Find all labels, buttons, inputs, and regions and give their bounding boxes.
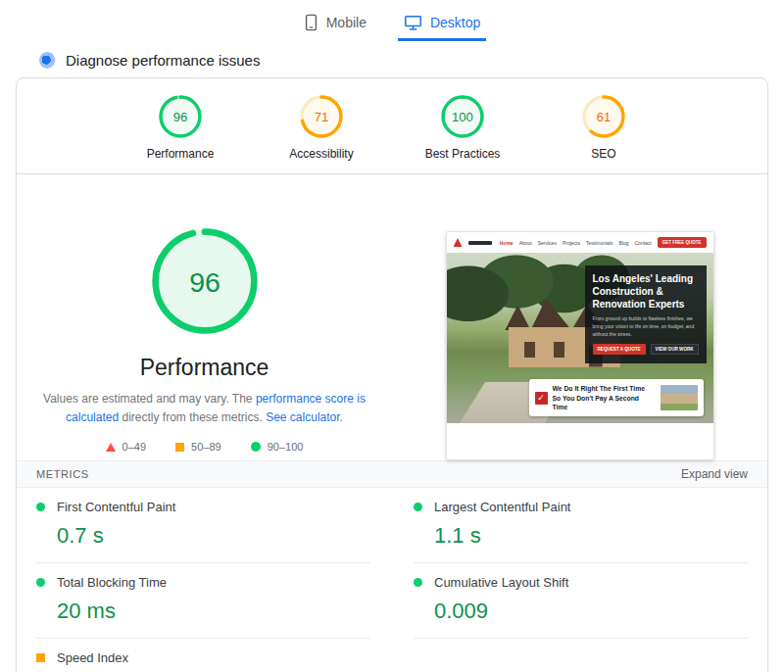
metrics-grid: First Contentful Paint 0.7 s Total Block…: [17, 488, 767, 672]
category-scores: 96 Performance 71 Accessibility 100 Bes: [17, 78, 767, 173]
checkmark-icon: ✓: [535, 392, 548, 405]
metric-value: 20 ms: [57, 599, 370, 624]
nav-link: Services: [538, 240, 557, 246]
diagnose-header: Diagnose performance issues: [39, 52, 784, 69]
best-practices-gauge: 100: [441, 95, 484, 138]
nav-link: Blog: [618, 240, 628, 246]
device-tabbar: Mobile Desktop: [0, 0, 784, 41]
banner-text: We Do It Right The First Time So You Don…: [553, 384, 656, 411]
screenshot-hero: Los Angeles' Leading Construction & Reno…: [447, 253, 713, 423]
metric-cumulative-layout-shift: Cumulative Layout Shift 0.009: [414, 563, 748, 639]
best-practices-score-value: 100: [452, 110, 473, 124]
expand-view-link[interactable]: Expand view: [681, 467, 748, 481]
score-best-practices[interactable]: 100 Best Practices: [416, 95, 509, 161]
nav-link: Contact: [635, 240, 652, 246]
metric-status-icon: [36, 503, 45, 511]
report-card: 96 Performance 71 Accessibility 100 Bes: [16, 77, 768, 672]
legend-pass: 90–100: [251, 441, 304, 453]
tab-mobile[interactable]: Mobile: [298, 6, 372, 41]
metrics-column-right: Largest Contentful Paint 1.1 s Cumulativ…: [414, 488, 748, 672]
metrics-title: METRICS: [36, 468, 89, 480]
nav-link: Home: [500, 240, 514, 246]
accessibility-gauge: 71: [300, 95, 343, 138]
metric-name: Total Blocking Time: [57, 575, 167, 590]
score-legend: 0–49 50–89 90–100: [17, 441, 392, 453]
banner-house-image: [661, 385, 698, 410]
disclaimer-text: directly from these metrics.: [122, 410, 262, 424]
metric-name: Cumulative Layout Shift: [434, 575, 568, 590]
score-disclaimer: Values are estimated and may vary. The p…: [23, 390, 387, 426]
score-seo[interactable]: 61 SEO: [558, 95, 650, 161]
guarantee-banner: ✓ We Do It Right The First Time So You D…: [529, 379, 704, 416]
view-work-button: VIEW OUR WORK: [651, 344, 699, 355]
seo-score-value: 61: [597, 110, 612, 124]
hero-buttons: REQUEST A QUOTE VIEW OUR WORK: [593, 344, 699, 355]
accessibility-score-value: 71: [315, 110, 329, 124]
metric-speed-index: Speed Index 1.3 s: [36, 639, 370, 672]
screenshot-nav-links: Home About Services Projects Testimonial…: [498, 240, 652, 246]
diagnose-title: Diagnose performance issues: [66, 52, 260, 69]
tab-desktop[interactable]: Desktop: [398, 6, 486, 41]
insights-icon: [39, 52, 56, 69]
screenshot-cta-button: GET FREE QUOTE: [658, 237, 707, 248]
mobile-icon: [304, 14, 318, 31]
metrics-header: METRICS Expand view: [17, 460, 767, 488]
hero-headline: Los Angeles' Leading Construction & Reno…: [593, 273, 699, 311]
big-gauge-value: 96: [189, 266, 220, 298]
performance-summary: 96 Performance Values are estimated and …: [17, 174, 392, 460]
legend-label: 90–100: [268, 441, 304, 453]
metric-status-icon: [36, 653, 45, 662]
score-accessibility[interactable]: 71 Accessibility: [275, 95, 368, 161]
legend-average: 50–89: [175, 441, 221, 453]
metric-first-contentful-paint: First Contentful Paint 0.7 s: [36, 488, 370, 563]
screenshot-panel: Home About Services Projects Testimonial…: [392, 174, 767, 460]
metric-largest-contentful-paint: Largest Contentful Paint 1.1 s: [414, 488, 748, 563]
metric-status-icon: [36, 578, 45, 587]
performance-score-value: 96: [173, 110, 188, 124]
nav-link: About: [519, 240, 532, 246]
metrics-column-left: First Contentful Paint 0.7 s Total Block…: [36, 488, 370, 672]
hero-text-box: Los Angeles' Leading Construction & Reno…: [585, 265, 707, 363]
desktop-icon: [404, 15, 422, 31]
score-label: SEO: [591, 147, 615, 161]
metric-status-icon: [414, 578, 422, 587]
performance-big-gauge: 96: [149, 225, 261, 337]
hero-subtext: From ground up builds to flawless finish…: [593, 314, 699, 338]
tab-mobile-label: Mobile: [326, 15, 367, 30]
performance-title: Performance: [17, 355, 392, 381]
metric-name: First Contentful Paint: [57, 500, 175, 514]
site-screenshot: Home About Services Projects Testimonial…: [446, 231, 714, 460]
nav-link: Testimonials: [586, 240, 613, 246]
score-label: Performance: [147, 147, 215, 161]
metric-value: 1.1 s: [434, 523, 748, 549]
summary-panel: 96 Performance Values are estimated and …: [17, 174, 767, 460]
site-logo-icon: [454, 238, 463, 247]
nav-link: Projects: [563, 240, 580, 246]
metric-status-icon: [414, 503, 422, 511]
request-quote-button: REQUEST A QUOTE: [593, 344, 646, 355]
see-calculator-link[interactable]: See calculator.: [266, 410, 343, 424]
metric-total-blocking-time: Total Blocking Time 20 ms: [36, 563, 370, 639]
screenshot-navbar: Home About Services Projects Testimonial…: [447, 232, 713, 253]
fail-triangle-icon: [106, 443, 116, 452]
average-square-icon: [175, 443, 184, 452]
metric-value: 0.009: [434, 599, 748, 624]
disclaimer-text: Values are estimated and may vary. The: [43, 392, 252, 406]
tab-desktop-label: Desktop: [430, 15, 480, 30]
pagespeed-report-page: Mobile Desktop Diagnose performance issu…: [0, 0, 784, 672]
seo-gauge: 61: [582, 95, 625, 138]
metric-name: Largest Contentful Paint: [434, 500, 570, 514]
site-logo: [468, 241, 492, 245]
metric-value: 0.7 s: [57, 523, 370, 549]
legend-label: 50–89: [191, 441, 221, 453]
score-label: Accessibility: [289, 147, 353, 161]
legend-label: 0–49: [122, 441, 146, 453]
performance-gauge: 96: [159, 95, 202, 138]
score-performance[interactable]: 96 Performance: [134, 95, 226, 161]
legend-fail: 0–49: [106, 441, 146, 453]
pass-circle-icon: [251, 442, 261, 452]
score-label: Best Practices: [425, 147, 501, 161]
metric-name: Speed Index: [57, 650, 128, 665]
